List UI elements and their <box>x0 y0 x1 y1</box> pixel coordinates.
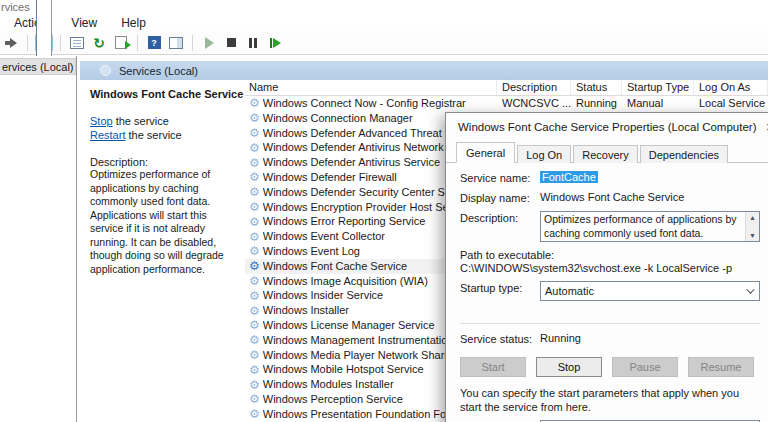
gear-icon: ⚙ <box>249 201 260 213</box>
service-name: Windows Insider Service <box>263 288 383 303</box>
gear-icon: ⚙ <box>249 186 260 198</box>
stop-service-line: Stop the service <box>90 114 235 128</box>
chevron-down-icon <box>746 285 754 293</box>
resume-button: Resume <box>688 357 754 377</box>
extended-pane: Windows Font Cache Service Stop the serv… <box>80 80 245 422</box>
separator-line <box>460 323 760 324</box>
column-header-name[interactable]: Name <box>245 80 497 95</box>
tab-dependencies[interactable]: Dependencies <box>640 145 728 163</box>
window-title: rvices <box>0 0 768 14</box>
startup-type-value: Automatic <box>545 285 594 297</box>
scroll-down-icon[interactable]: ▼ <box>749 232 756 239</box>
gear-icon: ⚙ <box>249 275 260 287</box>
forward-arrow-icon[interactable] <box>2 34 20 52</box>
restart-service-link[interactable]: Restart <box>90 129 125 141</box>
service-name: Windows Error Reporting Service <box>263 214 426 229</box>
list-header: Name Description Status Startup Type Log… <box>245 80 768 96</box>
service-name: Windows Modules Installer <box>263 377 394 392</box>
gear-icon: ⚙ <box>249 171 260 183</box>
scroll-up-icon[interactable]: ▲ <box>749 214 756 221</box>
service-name: Windows License Manager Service <box>263 318 435 333</box>
start-button: Start <box>460 357 526 377</box>
close-icon[interactable]: × <box>756 113 768 140</box>
gear-icon: ⚙ <box>249 216 260 228</box>
restart-suffix: the service <box>125 129 181 141</box>
description-scrollbar[interactable]: ▲ ▼ <box>745 212 759 241</box>
service-name: Windows Defender Firewall <box>263 170 397 185</box>
services-header-icon <box>100 65 111 76</box>
service-name: Windows Mobile Hotspot Service <box>263 362 424 377</box>
toolbar-separator <box>60 35 61 51</box>
column-header-description[interactable]: Description <box>497 80 571 95</box>
stop-service-icon[interactable] <box>222 34 240 52</box>
cell: Manual <box>622 96 694 111</box>
display-name-value: Windows Font Cache Service <box>540 191 760 204</box>
column-header-status[interactable]: Status <box>571 80 622 95</box>
column-header-log-on-as[interactable]: Log On As <box>694 80 768 95</box>
service-name: Windows Perception Service <box>263 392 403 407</box>
startup-type-label: Startup type: <box>460 281 540 301</box>
service-name: Windows Installer <box>263 303 349 318</box>
menu-help[interactable]: Help <box>121 16 146 30</box>
description-label: Description: <box>90 156 235 168</box>
column-header-startup-type[interactable]: Startup Type <box>622 80 694 95</box>
gear-icon: ⚙ <box>249 157 260 169</box>
menu-view[interactable]: View <box>71 16 97 30</box>
toolbar-separator <box>27 35 28 51</box>
tree-item-services-local[interactable]: ervices (Local) <box>0 58 76 75</box>
gear-icon: ⚙ <box>249 142 260 154</box>
description-text: Optimizes performance of applications by… <box>90 168 235 276</box>
pause-service-icon[interactable] <box>244 34 262 52</box>
service-name: Windows Encryption Provider Host Service <box>263 200 472 215</box>
service-name: Windows Defender Security Center Service <box>263 185 475 200</box>
cell: Local Service <box>694 96 768 111</box>
gear-icon: ⚙ <box>249 364 260 376</box>
export-list-icon[interactable] <box>112 34 130 52</box>
refresh-icon[interactable]: ↻ <box>90 34 108 52</box>
service-name: Windows Event Collector <box>263 229 385 244</box>
show-action-pane-icon[interactable] <box>167 34 185 52</box>
help-icon[interactable]: ? <box>145 34 163 52</box>
properties-icon[interactable] <box>68 34 86 52</box>
tab-general[interactable]: General <box>456 142 515 163</box>
selected-service-title: Windows Font Cache Service <box>90 88 235 100</box>
service-status-value: Running <box>540 332 760 345</box>
startup-type-dropdown[interactable]: Automatic <box>540 281 760 301</box>
path-to-executable-value: C:\WINDOWS\system32\svchost.exe -k Local… <box>460 262 760 275</box>
service-name: Windows Defender Antivirus Service <box>263 155 440 170</box>
gear-icon: ⚙ <box>249 408 260 420</box>
show-console-tree-icon[interactable] <box>35 34 53 52</box>
stop-button[interactable]: Stop <box>536 357 602 377</box>
service-name: Windows Connection Manager <box>263 111 413 126</box>
start-service-icon <box>200 34 218 52</box>
cell: Running <box>571 96 622 111</box>
gear-icon: ⚙ <box>249 245 260 257</box>
tab-log-on[interactable]: Log On <box>517 145 571 163</box>
dialog-title: Windows Font Cache Service Properties (L… <box>458 121 756 133</box>
dialog-body: Service name: FontCache Display name: Wi… <box>446 163 768 422</box>
pause-button: Pause <box>612 357 678 377</box>
start-parameters-note: You can specify the start parameters tha… <box>460 387 762 414</box>
services-header-bar: Services (Local) <box>80 61 768 80</box>
service-name: Windows Connect Now - Config Registrar <box>263 96 466 111</box>
gear-icon: ⚙ <box>249 97 260 109</box>
service-name-label: Service name: <box>460 171 540 184</box>
restart-service-icon[interactable] <box>266 34 284 52</box>
services-header-title: Services (Local) <box>119 65 198 77</box>
gear-icon: ⚙ <box>249 290 260 302</box>
gear-icon: ⚙ <box>249 319 260 331</box>
toolbar-separator <box>192 35 193 51</box>
path-to-executable-label: Path to executable: <box>460 249 760 262</box>
dialog-description-label: Description: <box>460 211 540 242</box>
dialog-description-text: Optimizes performance of applications by… <box>541 212 745 241</box>
dialog-tabs: General Log On Recovery Dependencies <box>446 140 768 163</box>
properties-dialog: Windows Font Cache Service Properties (L… <box>445 112 768 422</box>
description-textbox[interactable]: Optimizes performance of applications by… <box>540 211 760 242</box>
service-row[interactable]: ⚙Windows Connect Now - Config RegistrarW… <box>245 96 768 111</box>
toolbar-separator <box>137 35 138 51</box>
tab-recovery[interactable]: Recovery <box>573 145 637 163</box>
menu-bar: Action View Help <box>0 14 768 31</box>
gear-icon: ⚙ <box>249 305 260 317</box>
restart-service-line: Restart the service <box>90 128 235 142</box>
stop-service-link[interactable]: Stop <box>90 115 113 127</box>
